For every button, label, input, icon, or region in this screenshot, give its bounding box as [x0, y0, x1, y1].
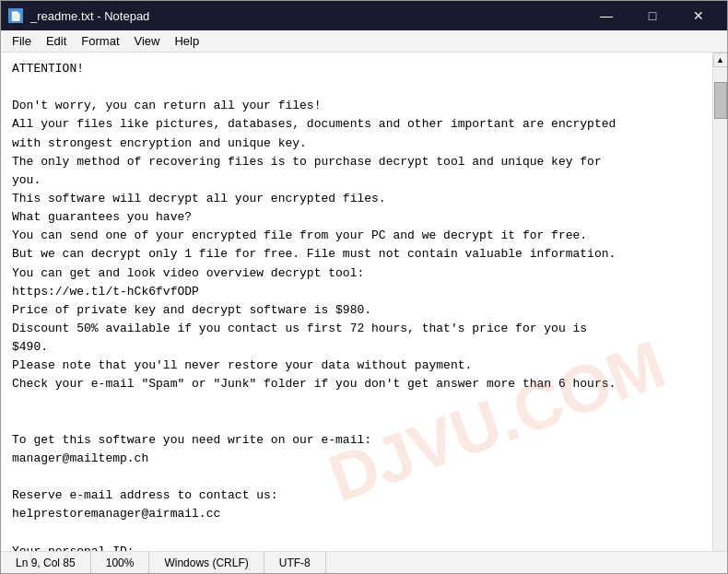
encoding-status: UTF-8 — [264, 552, 326, 573]
scrollbar[interactable]: ▲ — [712, 53, 727, 551]
menu-file[interactable]: File — [5, 32, 39, 50]
zoom-status: 100% — [91, 552, 150, 573]
status-bar: Ln 9, Col 85 100% Windows (CRLF) UTF-8 — [1, 551, 727, 573]
title-bar-left: 📄 _readme.txt - Notepad — [8, 8, 149, 23]
content-wrapper: ATTENTION! Don't worry, you can return a… — [1, 53, 727, 551]
close-button[interactable]: ✕ — [677, 1, 720, 30]
menu-view[interactable]: View — [127, 32, 168, 50]
menu-bar: File Edit Format View Help — [1, 30, 727, 53]
line-col-status: Ln 9, Col 85 — [8, 552, 91, 573]
scroll-thumb[interactable] — [714, 82, 727, 119]
menu-format[interactable]: Format — [74, 32, 126, 50]
scroll-up-arrow[interactable]: ▲ — [713, 53, 728, 67]
title-bar-controls: — □ ✕ — [585, 1, 720, 30]
menu-edit[interactable]: Edit — [39, 32, 74, 50]
line-ending-status: Windows (CRLF) — [149, 552, 264, 573]
notepad-window: 📄 _readme.txt - Notepad — □ ✕ File Edit … — [0, 0, 728, 574]
title-bar: 📄 _readme.txt - Notepad — □ ✕ — [1, 1, 727, 30]
app-icon: 📄 — [8, 8, 23, 23]
menu-help[interactable]: Help — [167, 32, 206, 50]
window-title: _readme.txt - Notepad — [30, 9, 149, 23]
minimize-button[interactable]: — — [585, 1, 628, 30]
text-editor[interactable]: ATTENTION! Don't worry, you can return a… — [1, 53, 712, 551]
maximize-button[interactable]: □ — [631, 1, 674, 30]
